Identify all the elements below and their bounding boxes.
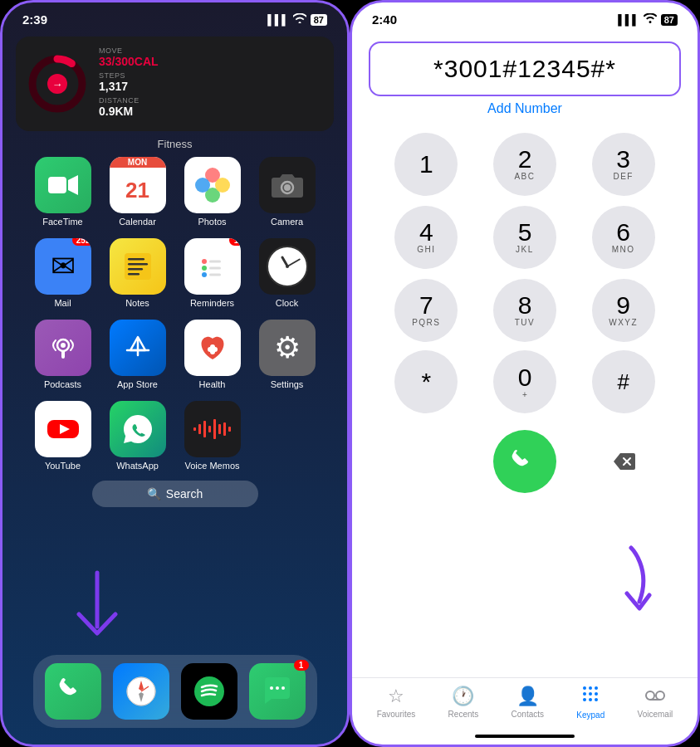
- left-arrow: [64, 569, 130, 655]
- svg-rect-11: [128, 258, 144, 261]
- svg-rect-10: [125, 253, 151, 280]
- svg-point-6: [195, 178, 210, 193]
- svg-point-47: [281, 686, 285, 690]
- app-item-facetime[interactable]: FaceTime: [30, 157, 96, 227]
- tab-voicemail[interactable]: Voicemail: [638, 686, 673, 719]
- search-icon: 🔍: [147, 487, 161, 500]
- app-item-calendar[interactable]: MON 21 Calendar: [105, 157, 171, 227]
- health-icon: [184, 320, 241, 376]
- dial-key-9[interactable]: 9 WXYZ: [574, 279, 673, 342]
- app-item-appstore[interactable]: App Store: [105, 320, 171, 389]
- dial-key-star[interactable]: *: [394, 350, 458, 413]
- app-item-camera[interactable]: Camera: [254, 157, 321, 227]
- svg-rect-2: [48, 177, 66, 193]
- right-time: 2:40: [372, 12, 397, 27]
- call-button[interactable]: [493, 430, 556, 493]
- dial-delete-button[interactable]: [592, 430, 655, 493]
- left-iphone-screen: 2:39 ▌▌▌ 87 → MOVE 33/300CAL: [0, 0, 350, 747]
- svg-rect-31: [193, 427, 196, 431]
- app-item-reminders[interactable]: 1 Reminders: [179, 238, 246, 308]
- svg-rect-32: [198, 424, 201, 434]
- messages-badge: 1: [294, 660, 309, 671]
- favourites-icon: ☆: [388, 686, 404, 707]
- voicemail-icon: [645, 686, 665, 707]
- ring-arrow-icon: →: [47, 74, 67, 94]
- dial-call-row: [352, 422, 698, 493]
- voicememos-label: Voice Memos: [184, 461, 239, 471]
- signal-icon: ▌▌▌: [267, 14, 289, 26]
- appstore-label: App Store: [117, 379, 158, 389]
- dial-key-0[interactable]: 0 +: [493, 350, 556, 413]
- voicemail-label: Voicemail: [638, 710, 673, 719]
- mail-label: Mail: [54, 298, 71, 308]
- tab-contacts[interactable]: 👤 Contacts: [512, 686, 544, 719]
- distance-value: 0.9KM: [99, 105, 322, 118]
- svg-point-44: [194, 676, 224, 706]
- dock-messages[interactable]: 1: [249, 663, 306, 720]
- app-item-whatsapp[interactable]: WhatsApp: [105, 401, 171, 471]
- app-item-mail[interactable]: ✉ 252 Mail: [30, 238, 96, 308]
- tab-favourites[interactable]: ☆ Favourites: [377, 686, 416, 719]
- dial-key-2[interactable]: 2 ABC: [476, 133, 575, 196]
- search-label: Search: [166, 487, 203, 500]
- svg-point-15: [196, 250, 229, 283]
- camera-label: Camera: [271, 217, 303, 227]
- left-status-bar: 2:39 ▌▌▌ 87: [2, 2, 347, 30]
- dial-key-8[interactable]: 8 TUV: [476, 279, 575, 342]
- steps-value: 1,317: [99, 80, 322, 93]
- svg-point-46: [276, 686, 279, 690]
- battery-indicator: 87: [311, 14, 327, 26]
- voicememos-icon: [184, 401, 241, 457]
- whatsapp-label: WhatsApp: [116, 461, 159, 471]
- dial-key-6[interactable]: 6 MNO: [574, 206, 673, 269]
- app-item-voicememos[interactable]: Voice Memos: [179, 401, 246, 471]
- settings-icon: ⚙: [259, 320, 316, 376]
- svg-rect-34: [208, 426, 211, 432]
- dial-key-hash[interactable]: #: [592, 350, 655, 413]
- app-item-podcasts[interactable]: Podcasts: [30, 320, 96, 389]
- svg-rect-33: [203, 421, 206, 437]
- photos-label: Photos: [198, 217, 226, 227]
- steps-label: STEPS: [99, 71, 322, 80]
- clock-icon: [259, 238, 316, 295]
- app-item-settings[interactable]: ⚙ Settings: [254, 320, 321, 389]
- svg-point-56: [583, 698, 586, 701]
- add-number-link[interactable]: Add Number: [352, 101, 698, 116]
- dock-spotify[interactable]: [181, 663, 237, 720]
- svg-point-7: [215, 178, 230, 193]
- svg-rect-13: [128, 268, 143, 271]
- cal-date: 21: [125, 178, 149, 203]
- dial-key-5[interactable]: 5 JKL: [476, 206, 575, 269]
- dial-key-4[interactable]: 4 GHI: [377, 206, 476, 269]
- photos-icon: [184, 157, 241, 213]
- dial-key-3[interactable]: 3 DEF: [574, 133, 673, 196]
- app-item-photos[interactable]: Photos: [179, 157, 246, 227]
- svg-rect-38: [228, 427, 231, 432]
- calendar-label: Calendar: [119, 217, 156, 227]
- search-bar[interactable]: 🔍 Search: [92, 481, 258, 507]
- svg-point-52: [595, 686, 598, 690]
- app-item-health[interactable]: Health: [179, 320, 246, 389]
- dock-phone[interactable]: [45, 663, 101, 720]
- tab-bar: ☆ Favourites 🕐 Recents 👤 Contacts Keypad: [352, 677, 698, 720]
- keypad-label: Keypad: [576, 710, 605, 720]
- podcasts-icon: [35, 320, 91, 376]
- svg-point-16: [202, 259, 207, 264]
- tab-recents[interactable]: 🕐 Recents: [448, 686, 479, 719]
- svg-rect-36: [218, 424, 221, 434]
- section-label: Fitness: [2, 138, 347, 150]
- clock-face: [267, 246, 308, 287]
- dock-safari[interactable]: [113, 663, 169, 720]
- calendar-icon: MON 21: [110, 157, 166, 213]
- app-item-clock[interactable]: Clock: [254, 238, 321, 308]
- svg-rect-28: [208, 347, 218, 352]
- move-value: 33/300CAL: [99, 55, 322, 68]
- dial-key-1[interactable]: 1: [377, 133, 476, 196]
- tab-keypad[interactable]: Keypad: [576, 685, 605, 720]
- svg-rect-37: [223, 422, 226, 436]
- app-item-youtube[interactable]: YouTube: [30, 401, 96, 471]
- app-item-notes[interactable]: Notes: [105, 238, 171, 308]
- svg-point-57: [589, 698, 592, 701]
- svg-point-20: [202, 272, 207, 277]
- dial-key-7[interactable]: 7 PQRS: [377, 279, 476, 342]
